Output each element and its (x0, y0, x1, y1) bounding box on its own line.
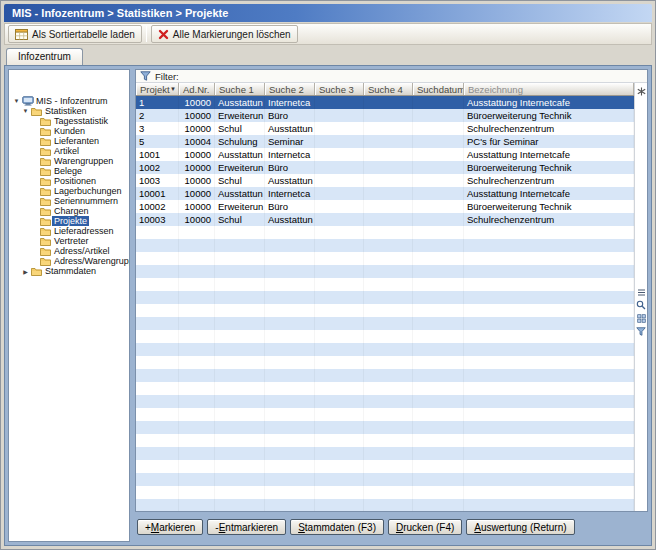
grid-cell (464, 486, 634, 499)
grid-row[interactable]: 100110000AusstattunInternetcaAusstattung… (136, 148, 634, 161)
tree-item-warengruppen[interactable]: Warengruppen (9, 156, 129, 166)
grid-icon (637, 314, 646, 323)
filter-tool-button[interactable] (635, 325, 647, 337)
tree-item-lieferanten[interactable]: Lieferanten (9, 136, 129, 146)
grid-cell (265, 291, 315, 304)
grid-cell: Schulung (215, 135, 265, 148)
tree-item-lagerbuchungen[interactable]: Lagerbuchungen (9, 186, 129, 196)
grid-cell (413, 460, 464, 473)
column-header-label: Suchdatum (417, 84, 464, 95)
main-panel: Filter: Projekt▼Ad.Nr.Suche 1Suche 2Such… (135, 69, 648, 542)
column-header-suche-3[interactable]: Suche 3 (315, 83, 364, 95)
tab-infozentrum[interactable]: Infozentrum (6, 48, 83, 65)
grid-cell (315, 239, 364, 252)
grid-row[interactable]: 310000SchulAusstattunSchulrechenzentrum (136, 122, 634, 135)
grid-row[interactable]: 1000210000ErweiterunBüroBüroerweiterung … (136, 200, 634, 213)
grid-cell (136, 291, 179, 304)
grid-row[interactable]: 510004SchulungSeminarPC's für Seminar (136, 135, 634, 148)
grid-cell (413, 486, 464, 499)
tree-item-kunden[interactable]: Kunden (9, 126, 129, 136)
grid-row[interactable]: 1000110000AusstattunInternetcaAusstattun… (136, 187, 634, 200)
tree-item-seriennummern[interactable]: Seriennummern (9, 196, 129, 206)
grid-cell (265, 473, 315, 486)
grid-cell: 10000 (179, 213, 215, 226)
grid-cell (364, 499, 413, 511)
grid-cell: 10000 (179, 174, 215, 187)
unmark-button[interactable]: - Entmarkieren (207, 519, 286, 535)
column-header-suchdatum[interactable]: Suchdatum (413, 83, 464, 95)
grid-cell: 5 (136, 135, 179, 148)
grid-cell (364, 226, 413, 239)
tree-item-lieferadressen[interactable]: Lieferadressen (9, 226, 129, 236)
column-header-bezeichnung[interactable]: Bezeichnung (464, 83, 634, 95)
column-header-projekt[interactable]: Projekt▼ (136, 83, 179, 95)
grid-row[interactable]: 1000310000SchulAusstattunSchulrechenzent… (136, 213, 634, 226)
grid-cell (315, 486, 364, 499)
grid-row[interactable]: 100310000SchulAusstattunSchulrechenzentr… (136, 174, 634, 187)
grid-cell (179, 356, 215, 369)
tree-item-adress-artikel[interactable]: Adress/Artikel (9, 246, 129, 256)
grid-cell: 3 (136, 122, 179, 135)
tree-item-mis-infozentrum[interactable]: ▼MIS - Infozentrum (9, 96, 129, 106)
tree-expanded-arrow-icon[interactable]: ▼ (12, 98, 21, 104)
rows-tool-button[interactable] (635, 286, 647, 298)
folder-icon (39, 257, 52, 266)
tree-item-label: Warengruppen (52, 156, 115, 166)
grid-tool-button[interactable] (635, 312, 647, 324)
grid-cell (464, 265, 634, 278)
grid-cell (215, 226, 265, 239)
folder-icon (39, 217, 52, 226)
tree-item-stammdaten[interactable]: ▶Stammdaten (9, 266, 129, 276)
tree-item-statistiken[interactable]: ▼Statistiken (9, 106, 129, 116)
grid-cell: Schul (215, 213, 265, 226)
content-area: ▼MIS - Infozentrum▼StatistikenTagesstati… (4, 65, 652, 546)
tree-item-vertreter[interactable]: Vertreter (9, 236, 129, 246)
grid-cell (413, 200, 464, 213)
grid-cell (265, 460, 315, 473)
grid-cell: Seminar (265, 135, 315, 148)
grid-row[interactable]: 110000AusstattunInternetcaAusstattung In… (136, 96, 634, 109)
evaluate-button[interactable]: Auswertung (Return) (466, 519, 574, 535)
tree-item-chargen[interactable]: Chargen (9, 206, 129, 216)
grid-cell (364, 265, 413, 278)
tree-item-positionen[interactable]: Positionen (9, 176, 129, 186)
column-header-suche-2[interactable]: Suche 2 (265, 83, 315, 95)
tree-item-adress-warengruppen[interactable]: Adress/Warengruppen (9, 256, 129, 266)
folder-icon (39, 227, 52, 236)
mark-button[interactable]: + Markieren (137, 519, 203, 535)
grid-cell (315, 356, 364, 369)
grid-cell (136, 343, 179, 356)
tree-item-belege[interactable]: Belege (9, 166, 129, 176)
clear-markings-button[interactable]: Alle Markierungen löschen (151, 25, 298, 43)
grid-cell (413, 239, 464, 252)
print-button[interactable]: Drucken (F4) (388, 519, 462, 535)
tree-expanded-arrow-icon[interactable]: ▼ (21, 108, 30, 114)
column-header-ad-nr[interactable]: Ad.Nr. (179, 83, 215, 95)
tree-item-label: Lieferadressen (52, 226, 116, 236)
grid-row[interactable]: 210000ErweiterunBüroBüroerweiterung Tech… (136, 109, 634, 122)
grid-cell (364, 213, 413, 226)
grid-cell (215, 395, 265, 408)
column-config-button[interactable] (635, 85, 647, 97)
master-data-button[interactable]: Stammdaten (F3) (290, 519, 384, 535)
tree-item-projekte[interactable]: Projekte (9, 216, 129, 226)
tree-item-artikel[interactable]: Artikel (9, 146, 129, 156)
grid-cell (265, 317, 315, 330)
grid-cell: 10001 (136, 187, 179, 200)
column-header-suche-4[interactable]: Suche 4 (364, 83, 413, 95)
grid-cell (215, 252, 265, 265)
load-sort-table-button[interactable]: Als Sortiertabelle laden (8, 25, 142, 43)
grid-cell: Ausstattun (215, 96, 265, 109)
grid-cell (464, 434, 634, 447)
grid-cell: Büroerweiterung Technik (464, 109, 634, 122)
grid-cell: Ausstattun (215, 148, 265, 161)
grid-row[interactable]: 100210000ErweiterunBüroBüroerweiterung T… (136, 161, 634, 174)
column-header-suche-1[interactable]: Suche 1 (215, 83, 265, 95)
grid-cell (413, 226, 464, 239)
search-tool-button[interactable] (635, 299, 647, 311)
grid-cell (315, 304, 364, 317)
tree-item-label: Chargen (52, 206, 91, 216)
tree-item-tagesstatistik[interactable]: Tagesstatistik (9, 116, 129, 126)
tree-collapsed-arrow-icon[interactable]: ▶ (21, 268, 30, 275)
grid-filler-row (136, 278, 634, 291)
